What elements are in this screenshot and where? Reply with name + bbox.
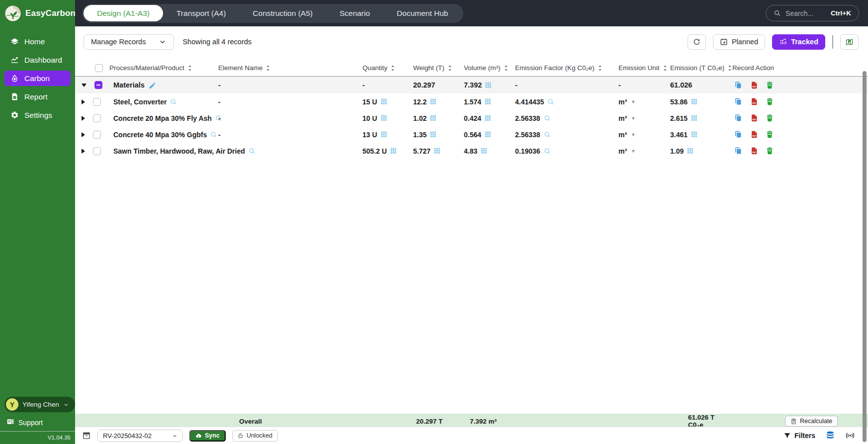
column-header-volume-m[interactable]: Volume (m³) bbox=[461, 64, 512, 72]
map-view-button[interactable] bbox=[840, 34, 859, 50]
collapse-caret-icon[interactable] bbox=[82, 84, 87, 87]
sort-icon[interactable] bbox=[187, 65, 192, 72]
sidebar-item-home[interactable]: Home bbox=[4, 34, 71, 49]
table-row[interactable]: Sawn Timber, Hardwood, Raw, Air Dried-50… bbox=[75, 143, 868, 159]
row-checkbox[interactable] bbox=[93, 98, 101, 106]
filters-button[interactable]: Filters bbox=[783, 432, 815, 440]
sort-icon[interactable] bbox=[447, 65, 452, 72]
grid-icon[interactable] bbox=[691, 131, 697, 138]
search-lookup-icon[interactable] bbox=[544, 131, 551, 138]
grid-icon[interactable] bbox=[687, 148, 694, 154]
column-header-weight-t[interactable]: Weight (T) bbox=[410, 64, 461, 72]
sidebar-item-carbon[interactable]: Carbon bbox=[4, 71, 71, 86]
grid-icon[interactable] bbox=[485, 82, 492, 89]
grid-icon[interactable] bbox=[381, 115, 387, 121]
delete-icon[interactable] bbox=[766, 81, 774, 89]
archive-icon[interactable] bbox=[82, 431, 91, 440]
pdf-export-icon[interactable]: PDF bbox=[750, 130, 759, 139]
grid-icon[interactable] bbox=[434, 148, 440, 154]
column-header-emission-t-c0-e[interactable]: Emission (T C0₂e) bbox=[667, 64, 729, 72]
chevron-down-icon[interactable]: ▾ bbox=[632, 132, 634, 137]
support-link[interactable]: Support bbox=[6, 418, 71, 427]
sort-icon[interactable] bbox=[504, 65, 509, 72]
column-header-quantity[interactable]: Quantity bbox=[359, 64, 410, 72]
column-header-emission-factor-kg-c0-e[interactable]: Emission Factor (Kg C0₂e) bbox=[512, 64, 615, 72]
copy-icon[interactable] bbox=[734, 81, 743, 89]
grid-icon[interactable] bbox=[430, 115, 436, 121]
sidebar-item-settings[interactable]: Settings bbox=[4, 107, 71, 123]
grid-icon[interactable] bbox=[485, 98, 491, 105]
recalculate-button[interactable]: Recalculate bbox=[785, 416, 838, 427]
expand-caret-icon[interactable] bbox=[82, 99, 85, 104]
sidebar-item-report[interactable]: Report bbox=[4, 89, 71, 104]
planned-toggle-button[interactable]: Planned bbox=[713, 34, 765, 50]
tab-construction-a5[interactable]: Construction (A5) bbox=[239, 5, 326, 21]
grid-icon[interactable] bbox=[485, 115, 491, 121]
pdf-export-icon[interactable]: PDF bbox=[750, 97, 759, 106]
grid-icon[interactable] bbox=[481, 148, 487, 154]
copy-icon[interactable] bbox=[734, 147, 743, 155]
search-lookup-icon[interactable] bbox=[544, 148, 551, 155]
grid-icon[interactable] bbox=[485, 131, 491, 138]
delete-icon[interactable] bbox=[766, 147, 774, 155]
pdf-export-icon[interactable]: PDF bbox=[750, 147, 759, 155]
delete-icon[interactable] bbox=[766, 114, 774, 122]
delete-icon[interactable] bbox=[766, 130, 774, 139]
global-search[interactable]: Ctrl+K bbox=[766, 5, 859, 21]
grid-icon[interactable] bbox=[381, 131, 387, 138]
row-checkbox-indeterminate[interactable] bbox=[94, 81, 102, 89]
chevron-down-icon[interactable]: ▾ bbox=[632, 115, 634, 121]
grid-icon[interactable] bbox=[381, 98, 387, 105]
revision-select[interactable]: RV-20250432-02 bbox=[97, 430, 183, 442]
tab-transport-a4[interactable]: Transport (A4) bbox=[163, 5, 239, 21]
delete-icon[interactable] bbox=[766, 97, 774, 106]
search-lookup-icon[interactable] bbox=[544, 115, 551, 122]
sort-icon[interactable] bbox=[390, 65, 395, 72]
column-header-element-name[interactable]: Element Name bbox=[215, 64, 359, 72]
chevron-down-icon[interactable]: ▾ bbox=[632, 148, 634, 154]
lock-toggle-button[interactable]: Unlocked bbox=[232, 430, 278, 442]
search-input[interactable] bbox=[785, 9, 826, 17]
database-icon[interactable] bbox=[825, 431, 835, 441]
table-row[interactable]: Steel, Converter-15 U12.21.5744.414435m³… bbox=[75, 93, 868, 110]
manage-records-dropdown[interactable]: Manage Records bbox=[84, 34, 174, 50]
row-checkbox[interactable] bbox=[93, 114, 101, 122]
vertical-scrollbar[interactable] bbox=[863, 71, 867, 442]
select-all-checkbox[interactable] bbox=[95, 64, 103, 72]
grid-icon[interactable] bbox=[691, 115, 697, 121]
column-header-emission-unit[interactable]: Emission Unit bbox=[615, 64, 667, 72]
row-checkbox[interactable] bbox=[93, 131, 101, 139]
expand-caret-icon[interactable] bbox=[82, 132, 85, 137]
sort-icon[interactable] bbox=[598, 65, 603, 72]
copy-icon[interactable] bbox=[734, 114, 743, 122]
grid-icon[interactable] bbox=[390, 148, 397, 154]
refresh-button[interactable] bbox=[688, 34, 706, 50]
sidebar-item-dashboard[interactable]: Dashboard bbox=[4, 52, 71, 68]
table-row[interactable]: Concrete 40 Mpa 30% Ggbfs-13 U1.350.5642… bbox=[75, 126, 868, 143]
sort-icon[interactable] bbox=[265, 65, 270, 72]
tracked-toggle-button[interactable]: Tracked bbox=[772, 34, 825, 50]
column-header-process-material-product[interactable]: Process/Material/Product bbox=[107, 64, 215, 72]
copy-icon[interactable] bbox=[734, 97, 743, 106]
search-lookup-icon[interactable] bbox=[547, 98, 554, 105]
edit-icon[interactable] bbox=[148, 82, 156, 89]
copy-icon[interactable] bbox=[734, 130, 743, 139]
broadcast-icon[interactable] bbox=[845, 431, 855, 441]
search-lookup-icon[interactable] bbox=[170, 98, 177, 105]
grid-icon[interactable] bbox=[691, 98, 697, 105]
row-checkbox[interactable] bbox=[93, 147, 101, 155]
table-row[interactable]: Materials--20.2977.392--61.026PDF bbox=[75, 77, 868, 93]
table-row[interactable]: Concrete 20 Mpa 30% Fly Ash-10 U1.020.42… bbox=[75, 110, 868, 126]
pdf-export-icon[interactable]: PDF bbox=[750, 81, 759, 89]
user-menu[interactable]: Y Yifeng Chen bbox=[4, 397, 75, 412]
tab-document-hub[interactable]: Document Hub bbox=[383, 5, 461, 21]
expand-caret-icon[interactable] bbox=[82, 116, 85, 121]
expand-caret-icon[interactable] bbox=[82, 149, 85, 154]
tab-scenario[interactable]: Scenario bbox=[326, 5, 383, 21]
pdf-export-icon[interactable]: PDF bbox=[750, 114, 759, 122]
chevron-down-icon[interactable]: ▾ bbox=[632, 99, 634, 104]
tab-design-a1-a3[interactable]: Design (A1-A3) bbox=[84, 5, 163, 21]
grid-icon[interactable] bbox=[430, 98, 436, 105]
sync-button[interactable]: Sync bbox=[189, 430, 226, 442]
grid-icon[interactable] bbox=[430, 131, 436, 138]
